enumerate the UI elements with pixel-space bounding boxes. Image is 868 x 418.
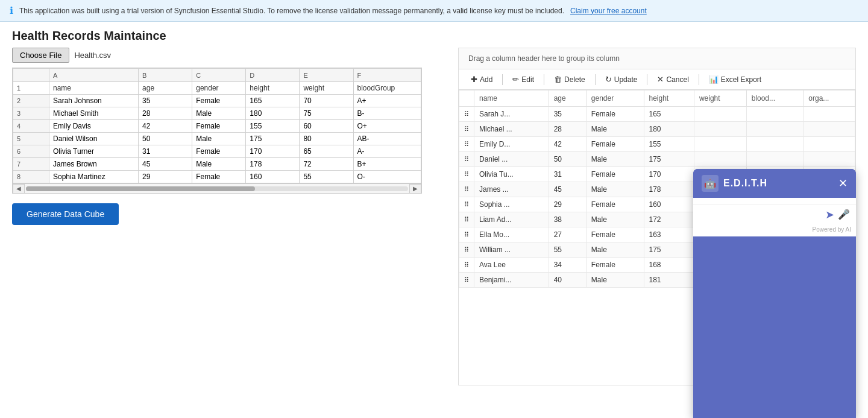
drag-handle[interactable]: ⠿ [459, 227, 474, 242]
grid-col-age[interactable]: age [549, 90, 586, 107]
grid-cell-name: Emily D... [474, 137, 549, 152]
grid-col-weight[interactable]: weight [694, 90, 746, 107]
spreadsheet-cell[interactable]: AB- [353, 133, 421, 145]
spreadsheet-cell[interactable]: weight [300, 82, 353, 95]
spreadsheet-cell[interactable]: 80 [300, 133, 353, 145]
spreadsheet-cell[interactable]: 175 [246, 133, 300, 145]
drag-handle[interactable]: ⠿ [459, 167, 474, 182]
spreadsheet-cell[interactable]: Male [192, 107, 246, 120]
drag-handle[interactable]: ⠿ [459, 107, 474, 122]
grid-cell-extra [804, 152, 855, 167]
spreadsheet-cell[interactable]: 75 [300, 107, 353, 120]
spreadsheet-cell[interactable]: O+ [353, 120, 421, 133]
spreadsheet-cell[interactable]: 180 [246, 107, 300, 120]
grid-cell-height: 170 [644, 167, 694, 182]
spreadsheet-cell[interactable]: Daniel Wilson [49, 133, 139, 145]
drag-handle[interactable]: ⠿ [459, 182, 474, 197]
excel-export-button[interactable]: 📊 Excel Export [704, 73, 766, 86]
scroll-thumb-h[interactable] [26, 186, 255, 191]
scroll-track-h[interactable] [26, 186, 408, 191]
generate-data-cube-button[interactable]: Generate Data Cube [12, 203, 119, 225]
spreadsheet-cell[interactable]: Female [192, 171, 246, 183]
spreadsheet-cell[interactable]: Female [192, 120, 246, 133]
drag-handle[interactable]: ⠿ [459, 197, 474, 212]
spreadsheet-cell[interactable]: 65 [300, 145, 353, 158]
scroll-left-arrow[interactable]: ◀ [13, 184, 25, 194]
spreadsheet-cell[interactable]: Emily Davis [49, 120, 139, 133]
spreadsheet-cell[interactable]: 60 [300, 120, 353, 133]
col-a-header: A [49, 69, 139, 82]
spreadsheet-cell[interactable]: 45 [139, 158, 192, 171]
spreadsheet-cell[interactable]: B- [353, 107, 421, 120]
grid-header-row: name age gender height weight blood... o… [459, 90, 855, 107]
spreadsheet-cell[interactable]: 29 [139, 171, 192, 183]
grid-col-height[interactable]: height [644, 90, 694, 107]
scroll-right-arrow[interactable]: ▶ [409, 184, 421, 194]
grid-col-name[interactable]: name [474, 90, 549, 107]
spreadsheet-cell[interactable]: 42 [139, 120, 192, 133]
grid-cell-name: Ella Mo... [474, 227, 549, 242]
choose-file-button[interactable]: Choose File [12, 48, 69, 63]
spreadsheet-cell[interactable]: name [49, 82, 139, 95]
spreadsheet-cell[interactable]: bloodGroup [353, 82, 421, 95]
horizontal-scrollbar[interactable]: ◀ ▶ [13, 183, 421, 193]
cancel-button[interactable]: ✕ Cancel [652, 73, 693, 86]
spreadsheet-wrapper: A B C D E F 1nameagegenderheightweightbl… [12, 68, 422, 194]
spreadsheet-cell[interactable]: O- [353, 171, 421, 183]
grid-cell-gender: Female [586, 197, 644, 212]
spreadsheet-cell[interactable]: age [139, 82, 192, 95]
grid-col-blood[interactable]: blood... [746, 90, 804, 107]
spreadsheet-cell[interactable]: 170 [246, 145, 300, 158]
col-d-header: D [246, 69, 300, 82]
grid-cell-age: 45 [549, 182, 586, 197]
delete-button[interactable]: 🗑 Delete [549, 73, 590, 86]
drag-handle[interactable]: ⠿ [459, 122, 474, 137]
edith-close-button[interactable]: ✕ [838, 178, 848, 189]
spreadsheet-cell[interactable]: A- [353, 145, 421, 158]
spreadsheet-cell[interactable]: Male [192, 133, 246, 145]
spreadsheet-cell[interactable]: 178 [246, 158, 300, 171]
grid-toolbar: ✚ Add ✏ Edit 🗑 Delete ↻ Update ✕ Cancel [459, 69, 855, 90]
spreadsheet-cell[interactable]: 165 [246, 95, 300, 107]
spreadsheet-cell[interactable]: A+ [353, 95, 421, 107]
spreadsheet-cell[interactable]: Female [192, 145, 246, 158]
grid-col-gender[interactable]: gender [586, 90, 644, 107]
drag-handle[interactable]: ⠿ [459, 258, 474, 273]
drag-handle[interactable]: ⠿ [459, 212, 474, 227]
spreadsheet-cell[interactable]: 35 [139, 95, 192, 107]
claim-account-link[interactable]: Claim your free account [570, 7, 647, 15]
spreadsheet-cell[interactable]: 70 [300, 95, 353, 107]
grid-cell-height: 172 [644, 212, 694, 227]
spreadsheet-cell[interactable]: 160 [246, 171, 300, 183]
spreadsheet-cell[interactable]: 155 [246, 120, 300, 133]
spreadsheet-cell[interactable]: 72 [300, 158, 353, 171]
grid-cell-gender: Male [586, 212, 644, 227]
update-button[interactable]: ↻ Update [600, 73, 643, 86]
spreadsheet-cell[interactable]: James Brown [49, 158, 139, 171]
grid-col-organ[interactable]: orga... [804, 90, 855, 107]
spreadsheet-cell[interactable]: 28 [139, 107, 192, 120]
drag-handle[interactable]: ⠿ [459, 152, 474, 167]
spreadsheet-cell[interactable]: B+ [353, 158, 421, 171]
spreadsheet-cell[interactable]: 50 [139, 133, 192, 145]
cancel-icon: ✕ [657, 75, 664, 84]
spreadsheet-cell[interactable]: Female [192, 95, 246, 107]
spreadsheet-cell[interactable]: Michael Smith [49, 107, 139, 120]
edith-text-input[interactable] [699, 211, 822, 219]
drag-handle[interactable]: ⠿ [459, 137, 474, 152]
edith-mic-button[interactable]: 🎤 [838, 210, 850, 220]
spreadsheet-cell[interactable]: Male [192, 158, 246, 171]
spreadsheet-cell[interactable]: 31 [139, 145, 192, 158]
spreadsheet-cell[interactable]: 55 [300, 171, 353, 183]
spreadsheet-cell[interactable]: Sophia Martinez [49, 171, 139, 183]
spreadsheet-scroll[interactable]: A B C D E F 1nameagegenderheightweightbl… [13, 68, 421, 183]
spreadsheet-cell[interactable]: height [246, 82, 300, 95]
add-button[interactable]: ✚ Add [466, 73, 497, 86]
edith-send-button[interactable]: ➤ [825, 209, 834, 220]
spreadsheet-cell[interactable]: Olivia Turner [49, 145, 139, 158]
drag-handle[interactable]: ⠿ [459, 242, 474, 258]
spreadsheet-cell[interactable]: gender [192, 82, 246, 95]
edit-button[interactable]: ✏ Edit [508, 73, 539, 86]
spreadsheet-cell[interactable]: Sarah Johnson [49, 95, 139, 107]
drag-handle[interactable]: ⠿ [459, 273, 474, 288]
